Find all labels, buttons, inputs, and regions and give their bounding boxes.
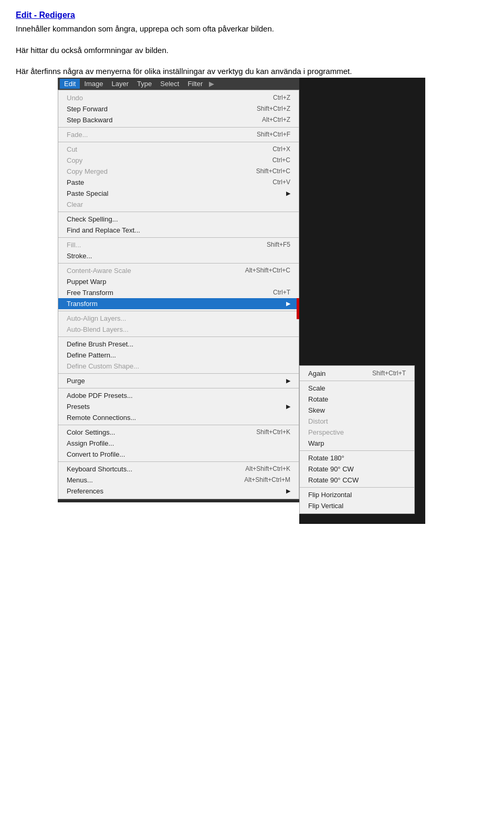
submenu-flip-vertical[interactable]: Flip Vertical <box>300 500 414 511</box>
menu-item-cut[interactable]: Cut Ctrl+X <box>58 144 299 155</box>
menu-item-convert-profile[interactable]: Convert to Profile... <box>58 449 299 460</box>
title-link[interactable]: Edit - Redigera <box>16 10 75 19</box>
description-text: Innehåller kommandon som ångra, upprepa … <box>16 23 488 35</box>
menu-item-fade[interactable]: Fade... Shift+Ctrl+F <box>58 129 299 140</box>
menubar-select[interactable]: Select <box>156 79 183 89</box>
sub-sep2 <box>300 450 414 451</box>
menu-column: Edit Image Layer Type Select Filter ▶ Un… <box>58 78 299 524</box>
menu-item-paste-special[interactable]: Paste Special ▶ <box>58 188 299 199</box>
page-content: Edit - Redigera Innehåller kommandon som… <box>0 0 504 534</box>
submenu-rotate90cw[interactable]: Rotate 90° CW <box>300 464 414 475</box>
sep9 <box>58 388 299 388</box>
menu-item-paste[interactable]: Paste Ctrl+V <box>58 177 299 188</box>
submenu-perspective[interactable]: Perspective <box>300 427 414 438</box>
section1-text: Här hittar du också omformningar av bild… <box>16 45 488 57</box>
menu-item-copy[interactable]: Copy Ctrl+C <box>58 155 299 166</box>
submenu-again[interactable]: Again Shift+Ctrl+T <box>300 368 414 379</box>
menu-item-define-brush[interactable]: Define Brush Preset... <box>58 339 299 350</box>
menu-bar: Edit Image Layer Type Select Filter ▶ <box>58 78 299 90</box>
preferences-arrow: ▶ <box>286 488 290 494</box>
sep2 <box>58 142 299 142</box>
menu-item-puppet-warp[interactable]: Puppet Warp <box>58 276 299 287</box>
page-title: Edit - Redigera <box>16 10 488 20</box>
submenu-warp[interactable]: Warp <box>300 438 414 449</box>
submenu-rotate[interactable]: Rotate <box>300 394 414 405</box>
menu-item-presets[interactable]: Presets ▶ <box>58 401 299 412</box>
submenu-distort[interactable]: Distort <box>300 416 414 427</box>
submenu-arrow: ▶ <box>286 190 290 197</box>
menu-item-keyboard-shortcuts[interactable]: Keyboard Shortcuts... Alt+Shift+Ctrl+K <box>58 464 299 475</box>
menu-item-preferences[interactable]: Preferences ▶ <box>58 486 299 497</box>
submenu-rotate180[interactable]: Rotate 180° <box>300 452 414 464</box>
transform-submenu-arrow: ▶ <box>286 300 290 307</box>
submenu-skew[interactable]: Skew <box>300 405 414 416</box>
sep4 <box>58 237 299 238</box>
sub-sep3 <box>300 487 414 488</box>
menu-item-transform[interactable]: Transform ▶ <box>58 298 299 309</box>
menu-item-free-transform[interactable]: Free Transform Ctrl+T <box>58 287 299 298</box>
menu-item-purge[interactable]: Purge ▶ <box>58 375 299 386</box>
sub-sep1 <box>300 381 414 381</box>
menu-item-define-pattern[interactable]: Define Pattern... <box>58 350 299 361</box>
menu-item-assign-profile[interactable]: Assign Profile... <box>58 438 299 449</box>
submenu-rotate90ccw[interactable]: Rotate 90° CCW <box>300 475 414 486</box>
menu-item-undo[interactable]: Undo Ctrl+Z <box>58 92 299 103</box>
menu-item-step-backward[interactable]: Step Backward Alt+Ctrl+Z <box>58 114 299 125</box>
menu-item-fill[interactable]: Fill... Shift+F5 <box>58 239 299 250</box>
purge-arrow: ▶ <box>286 377 290 384</box>
menu-item-adobe-pdf[interactable]: Adobe PDF Presets... <box>58 390 299 401</box>
sep7 <box>58 336 299 337</box>
submenu-scale[interactable]: Scale <box>300 383 414 394</box>
menu-item-step-forward[interactable]: Step Forward Shift+Ctrl+Z <box>58 103 299 114</box>
menu-item-auto-align[interactable]: Auto-Align Layers... <box>58 313 299 324</box>
menubar-layer[interactable]: Layer <box>108 79 133 89</box>
menu-item-copy-merged[interactable]: Copy Merged Shift+Ctrl+C <box>58 166 299 177</box>
sep8 <box>58 373 299 374</box>
screenshot-area: Edit Image Layer Type Select Filter ▶ Un… <box>58 78 425 524</box>
menu-item-clear[interactable]: Clear <box>58 199 299 210</box>
menu-item-auto-blend[interactable]: Auto-Blend Layers... <box>58 324 299 335</box>
menubar-image[interactable]: Image <box>80 79 107 89</box>
menu-item-menus[interactable]: Menus... Alt+Shift+Ctrl+M <box>58 475 299 486</box>
sep3 <box>58 212 299 212</box>
menubar-edit[interactable]: Edit <box>60 79 80 89</box>
sep11 <box>58 461 299 462</box>
sep6 <box>58 311 299 311</box>
red-accent <box>297 298 299 319</box>
presets-arrow: ▶ <box>286 403 290 410</box>
menu-item-content-aware-scale[interactable]: Content-Aware Scale Alt+Shift+Ctrl+C <box>58 265 299 276</box>
bottom-bar <box>58 499 299 502</box>
menu-item-remote-connections[interactable]: Remote Connections... <box>58 412 299 423</box>
menubar-filter[interactable]: Filter <box>183 79 207 89</box>
sep5 <box>58 263 299 264</box>
menu-item-define-custom-shape[interactable]: Define Custom Shape... <box>58 361 299 372</box>
sep1 <box>58 127 299 128</box>
submenu-flip-horizontal[interactable]: Flip Horizontal <box>300 489 414 500</box>
section2-text: Här återfinns några av menyerna för olik… <box>16 66 488 78</box>
menu-item-check-spelling[interactable]: Check Spelling... <box>58 214 299 225</box>
menubar-type[interactable]: Type <box>133 79 156 89</box>
menu-item-stroke[interactable]: Stroke... <box>58 250 299 261</box>
edit-dropdown: Undo Ctrl+Z Step Forward Shift+Ctrl+Z St… <box>58 90 299 499</box>
menu-item-find-replace[interactable]: Find and Replace Text... <box>58 225 299 236</box>
sep10 <box>58 425 299 425</box>
menu-item-color-settings[interactable]: Color Settings... Shift+Ctrl+K <box>58 427 299 438</box>
transform-submenu: Again Shift+Ctrl+T Scale Rotate Skew Dis… <box>299 365 415 514</box>
